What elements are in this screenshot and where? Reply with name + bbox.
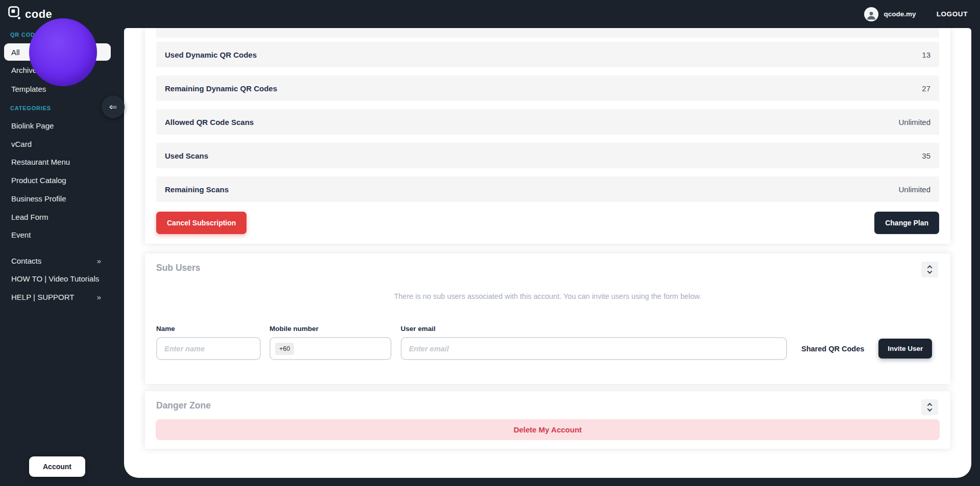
username[interactable]: qcode.my [884,10,916,18]
user-email-label: User email [401,325,787,332]
chevron-down-icon [927,269,933,274]
row-label: Allowed QR Code Scans [165,118,254,126]
sidebar-item-label: HELP | SUPPORT [11,293,74,301]
table-row: Remaining Scans Unlimited [156,176,939,202]
mobile-number-input[interactable]: +60 [270,337,391,360]
invite-user-form: Name Mobile number +60 User email Shared… [156,325,932,360]
delete-my-account-button[interactable]: Delete My Account [156,419,940,440]
app-logo[interactable]: code [8,6,52,22]
sidebar-item-contacts[interactable]: Contacts » [11,257,101,265]
sidebar-item-business-profile[interactable]: Business Profile [11,194,66,203]
purple-highlight-circle [29,18,97,86]
name-label: Name [156,325,261,332]
sidebar: QR CODES All Archived Templates CATEGORI… [0,28,124,486]
sidebar-item-templates[interactable]: Templates [11,85,46,93]
name-field-group: Name [156,325,261,360]
sidebar-collapse-button[interactable]: ⇐ [102,95,125,118]
row-label: Remaining Dynamic QR Codes [165,84,277,93]
sidebar-item-label: HOW TO | Video Tutorials [11,274,99,283]
row-label: Remaining Scans [165,185,229,194]
sidebar-item-restaurant-menu[interactable]: Restaurant Menu [11,158,70,166]
row-label: Used Scans [165,151,208,160]
sidebar-item-label: Contacts [11,257,41,265]
qcode-logo-icon [8,6,22,22]
table-row: Remaining Dynamic QR Codes 27 [156,75,939,101]
partial-row [156,28,939,38]
country-code-chip: +60 [275,343,294,355]
sidebar-item-help-support[interactable]: HELP | SUPPORT » [11,293,101,301]
collapse-toggle-button[interactable] [921,399,938,415]
mobile-field-group: Mobile number +60 [270,325,391,360]
shared-qr-codes-link[interactable]: Shared QR Codes [801,337,864,360]
subscription-actions: Cancel Subscription Change Plan [156,212,939,234]
row-label: Used Dynamic QR Codes [165,50,257,59]
sidebar-item-lead-form[interactable]: Lead Form [11,213,48,221]
table-row: Allowed QR Code Scans Unlimited [156,109,939,135]
sidebar-item-vcard[interactable]: vCard [11,140,32,148]
topbar-right: qcode.my LOGOUT [864,7,972,21]
danger-zone-title: Danger Zone [156,400,211,411]
change-plan-button[interactable]: Change Plan [874,212,939,234]
cancel-subscription-button[interactable]: Cancel Subscription [156,212,247,234]
main-content: Used Dynamic QR Codes 13 Remaining Dynam… [124,28,971,478]
sub-users-title: Sub Users [156,263,201,273]
sub-users-card: Sub Users There is no sub users associat… [145,253,950,384]
row-value: Unlimited [898,118,930,126]
user-avatar[interactable] [864,7,878,21]
invite-user-button[interactable]: Invite User [878,339,932,359]
row-value: Unlimited [898,185,930,194]
sidebar-item-product-catalog[interactable]: Product Catalog [11,176,66,185]
sidebar-item-how-to-video-tutorials[interactable]: HOW TO | Video Tutorials [11,274,101,283]
chevron-double-right-icon: » [97,257,101,265]
sidebar-item-biolink-page[interactable]: Biolink Page [11,121,54,130]
collapse-arrow-icon: ⇐ [109,101,117,113]
empty-state-message: There is no sub users associated with th… [145,292,950,300]
name-input[interactable] [156,337,261,360]
chevron-double-right-icon: » [97,293,101,301]
email-input[interactable] [401,337,787,360]
collapse-toggle-button[interactable] [921,262,938,277]
logout-button[interactable]: LOGOUT [937,10,968,18]
table-row: Used Dynamic QR Codes 13 [156,42,939,67]
chevron-down-icon [927,406,933,412]
account-button[interactable]: Account [29,456,85,477]
row-value: 27 [922,84,930,93]
table-row: Used Scans 35 [156,143,939,168]
top-bar: code qcode.my LOGOUT [0,0,980,28]
categories-heading: CATEGORIES [10,105,51,111]
row-value: 35 [922,151,930,160]
danger-zone-card: Danger Zone Delete My Account [145,391,950,449]
sidebar-item-event[interactable]: Event [11,231,31,239]
subscription-card: Used Dynamic QR Codes 13 Remaining Dynam… [145,28,950,244]
row-value: 13 [922,50,930,59]
email-field-group: User email [401,325,787,360]
mobile-number-label: Mobile number [270,325,391,332]
logo-text: code [25,8,52,21]
